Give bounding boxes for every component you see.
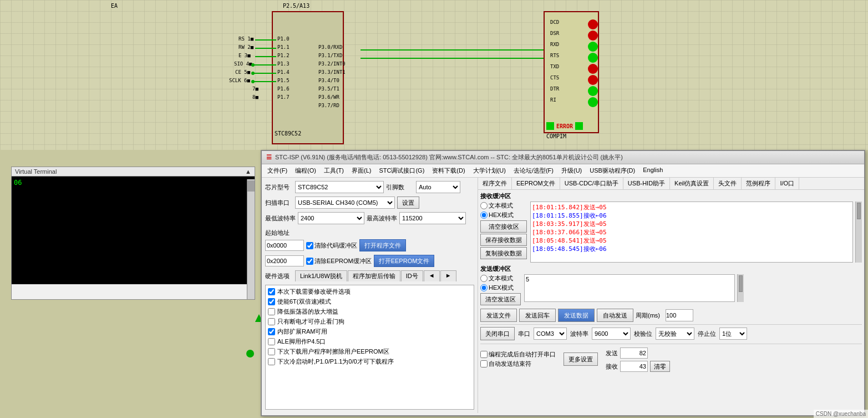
option-6-label: 下次下载用户程序时擦除用户EEPROM区 (277, 348, 389, 356)
addr2-input[interactable] (265, 255, 304, 266)
option-4-checkbox[interactable] (268, 328, 275, 335)
option-0: 本次下载需要修改硬件选项 (268, 288, 471, 296)
menu-stc-debug[interactable]: STC调试接口(G) (375, 165, 428, 176)
menu-program[interactable]: 编程(O) (292, 165, 319, 176)
menu-usb-driver[interactable]: USB驱动程序(D) (586, 165, 638, 176)
auto-end-label[interactable]: 自动发送结束符 (480, 360, 556, 368)
menu-upgrade[interactable]: 升级(U) (558, 165, 585, 176)
baud-label: 波特率 (570, 330, 588, 338)
auto-send-btn[interactable]: 自动发送 (597, 309, 633, 322)
label-txd: TXD (550, 64, 559, 69)
menu-forum[interactable]: 去论坛/选型(F) (510, 165, 557, 176)
option-2-label: 降低振荡器的放大增益 (277, 308, 338, 316)
clear-send-btn[interactable]: 清空发送区 (480, 293, 521, 305)
recv-text-radio[interactable] (480, 202, 488, 209)
recv-count-box[interactable] (620, 361, 648, 372)
auto-open-label[interactable]: 编程完成后自动打开串口 (480, 350, 556, 359)
tab-link1[interactable]: Link1/U8W脱机 (295, 270, 347, 281)
send-scrollbar[interactable] (737, 274, 744, 302)
tab-prog-file[interactable]: 程序文件 (478, 178, 512, 189)
menu-download[interactable]: 资料下载(D) (429, 165, 468, 176)
send-header: 发送缓冲区 (480, 265, 862, 273)
max-baud-select[interactable]: 115200 (399, 212, 466, 224)
open-eeprom-btn[interactable]: 打开EEPROM文件 (374, 255, 435, 267)
send-count-box[interactable] (620, 348, 648, 359)
clear-eeprom-label[interactable]: 清除EEPROM缓冲区 (306, 257, 372, 265)
send-file-btn[interactable]: 发送文件 (480, 309, 517, 322)
recv-controls: 文本模式 HEX模式 清空接收区 保存接收数据 复制接收数据 (480, 202, 862, 263)
menu-university[interactable]: 大学计划(U) (470, 165, 509, 176)
stop-select[interactable]: 1位 (719, 328, 747, 340)
log-0: [18:01:15.842]发送→05 (532, 203, 851, 211)
period-input[interactable] (666, 309, 693, 321)
auto-check-group: 编程完成后自动打开串口 自动发送结束符 (480, 350, 556, 368)
scan-port-select[interactable]: USB-SERIAL CH340 (COM5) (295, 197, 395, 209)
clear-code-checkbox[interactable] (306, 242, 313, 249)
recv-scroll-thumb[interactable] (857, 203, 861, 219)
tab-examples[interactable]: 范例程序 (742, 178, 775, 189)
addr1-input[interactable] (265, 240, 304, 251)
menu-tools[interactable]: 工具(T) (321, 165, 347, 176)
option-7-checkbox[interactable] (268, 358, 275, 365)
vt-scroll-thumb[interactable] (247, 180, 255, 192)
menu-interface[interactable]: 界面(L) (348, 165, 374, 176)
option-0-checkbox[interactable] (268, 288, 275, 295)
send-hex-radio[interactable] (480, 284, 488, 291)
copy-recv-btn[interactable]: 复制接收数据 (480, 247, 527, 259)
tab-eeprom-file[interactable]: EEPROM文件 (512, 178, 560, 189)
pins-select[interactable]: Auto (416, 181, 460, 193)
settings-btn[interactable]: 设置 (397, 197, 419, 209)
virtual-terminal-scrollbar[interactable] (247, 179, 255, 299)
send-content: 5 (526, 276, 529, 283)
option-3-checkbox[interactable] (268, 318, 275, 325)
chip-type-select[interactable]: STC89C52 (295, 181, 384, 193)
auto-open-checkbox[interactable] (480, 351, 488, 358)
recv-log[interactable]: [18:01:15.842]发送→05 [18:01:15.855]接收←06 … (530, 202, 853, 263)
virtual-terminal-scroll-up[interactable]: ▲ (245, 168, 251, 175)
tab-prev[interactable]: ◄ (424, 270, 440, 281)
p3-t0: P3.4/T0 (318, 78, 339, 83)
tab-usb-hid[interactable]: USB-HID助手 (623, 178, 670, 189)
send-return-btn[interactable]: 发送回车 (519, 309, 556, 322)
option-6-checkbox[interactable] (268, 348, 275, 355)
min-baud-select[interactable]: 2400 (298, 212, 364, 224)
check-select[interactable]: 无校验 (656, 328, 694, 340)
chip-stc89c52-label: STC89C52 (275, 130, 301, 137)
send-input[interactable]: 5 (524, 274, 735, 302)
tab-io[interactable]: I/O口 (775, 178, 799, 189)
tab-headers[interactable]: 头文件 (714, 178, 742, 189)
recv-hex-radio[interactable] (480, 211, 488, 219)
recv-text-mode-label[interactable]: 文本模式 (480, 202, 527, 210)
send-text-radio[interactable] (480, 275, 488, 282)
clear-count-btn[interactable]: 清零 (650, 361, 670, 372)
clear-code-label[interactable]: 清除代码缓冲区 (306, 241, 357, 250)
send-data-btn[interactable]: 发送数据 (558, 309, 595, 322)
option-2-checkbox[interactable] (268, 308, 275, 315)
tab-id[interactable]: ID号 (401, 270, 423, 281)
tab-usb-cdc[interactable]: USB-CDC/串口助手 (560, 178, 623, 189)
menu-file[interactable]: 文件(F) (264, 165, 291, 176)
option-5-checkbox[interactable] (268, 338, 275, 345)
recv-hex-mode-label[interactable]: HEX模式 (480, 211, 527, 219)
port-select[interactable]: COM3 (534, 328, 567, 340)
close-port-btn[interactable]: 关闭串口 (480, 327, 515, 340)
send-scroll-thumb[interactable] (739, 275, 743, 292)
send-hex-mode-label[interactable]: HEX模式 (480, 284, 521, 292)
tab-encrypt[interactable]: 程序加密后传输 (348, 270, 400, 281)
baud-select[interactable]: 9600 (592, 328, 631, 340)
tab-keil[interactable]: Keil仿真设置 (670, 178, 714, 189)
more-settings-btn[interactable]: 更多设置 (564, 352, 598, 366)
menu-english[interactable]: English (639, 165, 666, 176)
open-prog-btn[interactable]: 打开程序文件 (359, 239, 406, 251)
p1-7: P1.7 (277, 94, 290, 100)
recv-scrollbar[interactable] (855, 202, 862, 263)
send-count-row: 发送 (606, 348, 670, 359)
tab-next[interactable]: ► (440, 270, 456, 281)
send-text-mode-label[interactable]: 文本模式 (480, 274, 521, 283)
option-5-label: ALE脚用作P4.5口 (277, 338, 326, 346)
clear-eeprom-checkbox[interactable] (306, 258, 313, 265)
clear-recv-btn[interactable]: 清空接收区 (480, 220, 527, 233)
auto-end-checkbox[interactable] (480, 360, 488, 367)
option-1-checkbox[interactable] (268, 298, 275, 305)
save-recv-btn[interactable]: 保存接收数据 (480, 234, 527, 246)
